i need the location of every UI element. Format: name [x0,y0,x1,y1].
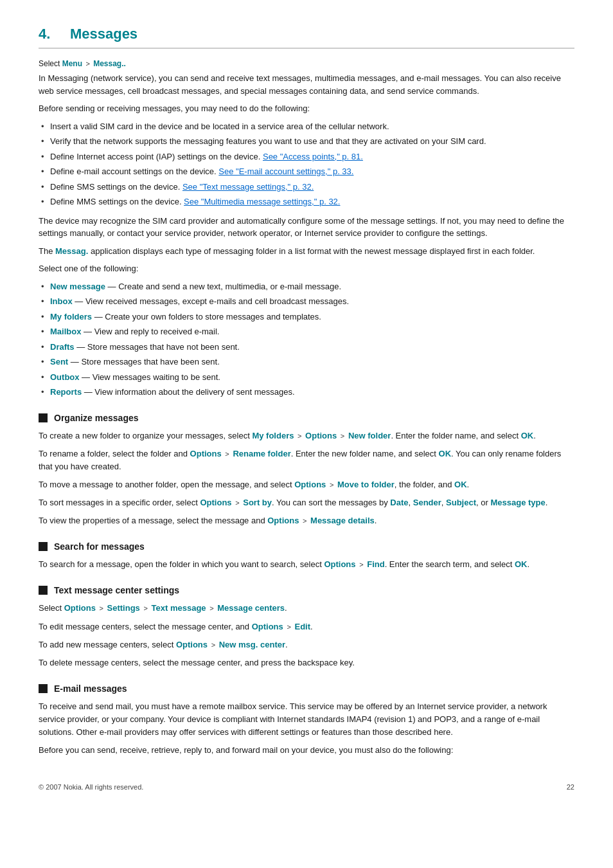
folder-my-folders: My folders — Create your own folders to … [39,311,574,323]
reports-label: Reports [50,387,82,397]
bullet-iap: Define Internet access point (IAP) setti… [39,150,574,163]
intro-select: Select Menu > Messag.. [39,59,574,68]
section-organize-heading: Organize messages [39,413,574,423]
folder-inbox: Inbox — View received messages, except e… [39,295,574,308]
menu-link[interactable]: Menu [62,59,82,68]
folder-outbox: Outbox — View messages waiting to be sen… [39,371,574,384]
section-textcenter-icon [39,586,48,595]
options-ref9: Options [176,640,208,649]
search-para1: To search for a message, open the folder… [39,558,574,571]
page-number: 22 [567,783,574,791]
chapter-number: 4. [39,26,50,42]
email-heading-text: E-mail messages [54,683,127,694]
bullet-network: Verify that the network supports the mes… [39,135,574,148]
sort-by-ref: Sort by [243,498,272,507]
textcenter-para2: To edit message centers, select the mess… [39,620,574,633]
section-search-heading: Search for messages [39,541,574,552]
folder-new-message: New message — Create and send a new text… [39,280,574,293]
textcenter-para4: To delete message centers, select the me… [39,656,574,669]
move-to-folder-ref: Move to folder [337,480,395,489]
drafts-label: Drafts [50,342,75,352]
settings-ref1: Settings [107,603,140,613]
options-ref2: Options [190,449,222,458]
edit-ref: Edit [294,622,310,631]
sender-ref: Sender [413,498,441,507]
outbox-label: Outbox [50,372,80,382]
text-message-ref: Text message [152,603,206,613]
find-ref: Find [367,559,384,569]
select-label: Select [39,59,60,68]
ok-ref1: OK [521,431,534,440]
organize-para1: To create a new folder to organize your … [39,429,574,442]
arrow1: > [85,60,89,68]
folder-reports: Reports — View information about the del… [39,386,574,399]
section-search-icon [39,542,48,551]
date-ref: Date [390,498,408,507]
folder-list: New message — Create and send a new text… [39,280,574,399]
textcenter-para3: To add new message centers, select Optio… [39,638,574,651]
access-points-link[interactable]: See "Access points," p. 81. [263,152,363,161]
messag-link[interactable]: Messag.. [93,59,126,68]
bullet-sim: Insert a valid SIM card in the device an… [39,120,574,133]
message-type-ref: Message type [490,498,545,507]
organize-para2: To rename a folder, select the folder an… [39,448,574,473]
messag-inline: Messag. [55,246,88,256]
section-email-icon [39,684,48,693]
sent-label: Sent [50,357,68,366]
para-device: The device may recognize the SIM card pr… [39,215,574,240]
mms-settings-link[interactable]: See "Multimedia message settings," p. 32… [184,197,340,206]
copyright: © 2007 Nokia. All rights reserved. [39,783,143,791]
organize-heading-text: Organize messages [54,413,139,423]
bullet-mms: Define MMS settings on the device. See "… [39,195,574,208]
message-details-ref: Message details [310,516,375,525]
email-para2: Before you can send, receive, retrieve, … [39,744,574,757]
chapter-name: Messages [70,26,138,42]
section-email-heading: E-mail messages [39,683,574,694]
intro-para1: In Messaging (network service), you can … [39,72,574,97]
bullet-email-account: Define e-mail account settings on the de… [39,165,574,178]
ok-ref3: OK [454,480,467,489]
prereq-list: Insert a valid SIM card in the device an… [39,120,574,208]
new-message-label: New message [50,282,105,291]
subject-ref: Subject [446,498,476,507]
search-heading-text: Search for messages [54,541,145,552]
section-icon [39,413,48,422]
my-folders-ref: My folders [252,431,294,440]
folder-drafts: Drafts — Store messages that have not be… [39,341,574,354]
bullet-sms: Define SMS settings on the device. See "… [39,181,574,194]
email-account-link[interactable]: See "E-mail account settings," p. 33. [218,167,353,176]
organize-para5: To view the properties of a message, sel… [39,514,574,527]
options-ref1: Options [305,431,337,440]
options-ref3: Options [294,480,326,489]
new-msg-center-ref: New msg. center [219,640,285,649]
folder-mailbox: Mailbox — View and reply to received e-m… [39,325,574,338]
my-folders-label: My folders [50,312,92,321]
chapter-title: 4. Messages [39,26,574,49]
new-folder-ref: New folder [348,431,391,440]
sms-settings-link[interactable]: See "Text message settings," p. 32. [182,182,314,192]
para-messag: The Messag. application displays each ty… [39,245,574,258]
options-ref4: Options [200,498,231,507]
textcenter-para1: Select Options > Settings > Text message… [39,602,574,615]
intro-para2: Before sending or receiving messages, yo… [39,102,574,115]
section-textcenter-heading: Text message center settings [39,585,574,595]
options-ref6: Options [324,559,355,569]
folder-sent: Sent — Store messages that have been sen… [39,356,574,368]
options-ref7: Options [64,603,96,613]
footer: © 2007 Nokia. All rights reserved. 22 [39,783,574,791]
organize-para4: To sort messages in a specific order, se… [39,496,574,509]
para-select: Select one of the following: [39,262,574,275]
inbox-label: Inbox [50,296,73,306]
textcenter-heading-text: Text message center settings [54,585,179,595]
mailbox-label: Mailbox [50,327,81,336]
email-para1: To receive and send mail, you must have … [39,700,574,739]
organize-para3: To move a message to another folder, ope… [39,478,574,491]
options-ref8: Options [252,622,283,631]
ok-ref2: OK [439,449,452,458]
rename-folder-ref: Rename folder [233,449,290,458]
ok-ref4: OK [515,559,528,569]
message-centers-ref: Message centers [217,603,285,613]
options-ref5: Options [267,516,299,525]
